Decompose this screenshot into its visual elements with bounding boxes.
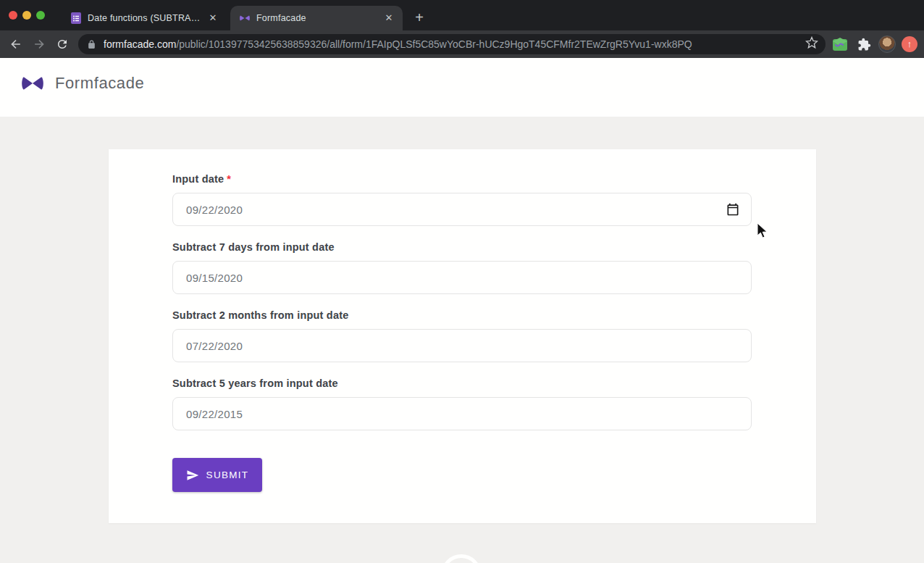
bookmark-star-icon[interactable] <box>805 36 818 52</box>
address-bar[interactable]: formfacade.com/public/101397753425638859… <box>78 34 826 54</box>
browser-toolbar: formfacade.com/public/101397753425638859… <box>0 30 924 58</box>
subtract-7-days-field[interactable] <box>172 261 752 294</box>
macos-zoom-button[interactable] <box>36 11 45 20</box>
formfacade-favicon-icon <box>239 12 251 24</box>
required-marker: * <box>227 173 231 185</box>
url-text: formfacade.com/public/101397753425638859… <box>104 38 799 50</box>
calendar-picker-icon[interactable] <box>726 202 740 217</box>
tab-google-forms[interactable]: Date functions (SUBTRACT) - ( ✕ <box>62 6 227 30</box>
submit-button[interactable]: SUBMIT <box>172 458 262 492</box>
field-subtract-7-days: Subtract 7 days from input date <box>172 241 752 294</box>
macos-minimize-button[interactable] <box>22 11 31 20</box>
reload-button[interactable] <box>54 36 71 53</box>
avatar-image <box>878 36 896 53</box>
browser-update-icon[interactable]: ↑ <box>901 36 918 53</box>
url-domain: formfacade.com <box>104 38 176 50</box>
profile-avatar[interactable] <box>878 36 896 53</box>
tab-formfacade[interactable]: Formfacade ✕ <box>230 6 403 30</box>
field-subtract-2-months: Subtract 2 months from input date <box>172 309 752 362</box>
field-label: Subtract 7 days from input date <box>172 241 752 253</box>
google-forms-icon <box>70 12 82 24</box>
extensions-puzzle-icon[interactable] <box>855 36 873 53</box>
brand-name: Formfacade <box>55 74 144 93</box>
field-label: Subtract 5 years from input date <box>172 378 752 389</box>
subtract-5-years-field[interactable] <box>172 397 752 430</box>
forward-button[interactable] <box>30 36 48 53</box>
tab-close-icon[interactable]: ✕ <box>206 12 219 25</box>
send-icon <box>186 469 199 482</box>
site-header: Formfacade <box>0 58 924 117</box>
brand-home-link[interactable]: Formfacade <box>20 74 144 93</box>
field-label: Input date* <box>172 173 752 185</box>
new-tab-button[interactable]: + <box>410 9 429 28</box>
url-path: /public/101397753425638859326/all/form/1… <box>176 38 692 50</box>
lock-icon <box>87 40 96 49</box>
back-button[interactable] <box>7 36 25 53</box>
field-input-date: Input date* <box>172 173 752 226</box>
form-card: Input date* Subtract 7 days from input d… <box>109 149 816 523</box>
tab-close-icon[interactable]: ✕ <box>382 12 395 25</box>
mail-extension-icon[interactable] <box>831 36 849 53</box>
input-date-field[interactable] <box>172 193 752 226</box>
field-subtract-5-years: Subtract 5 years from input date <box>172 378 752 430</box>
arrow-up-icon: ↑ <box>902 36 917 52</box>
submit-label: SUBMIT <box>206 470 249 480</box>
formfacade-logo-icon <box>20 75 45 91</box>
macos-close-button[interactable] <box>9 11 17 20</box>
field-label: Subtract 2 months from input date <box>172 309 752 321</box>
subtract-2-months-field[interactable] <box>172 329 752 362</box>
browser-tab-bar: Date functions (SUBTRACT) - ( ✕ Formfaca… <box>0 0 924 30</box>
tab-title: Formfacade <box>256 13 377 23</box>
tab-title: Date functions (SUBTRACT) - ( <box>88 13 201 23</box>
